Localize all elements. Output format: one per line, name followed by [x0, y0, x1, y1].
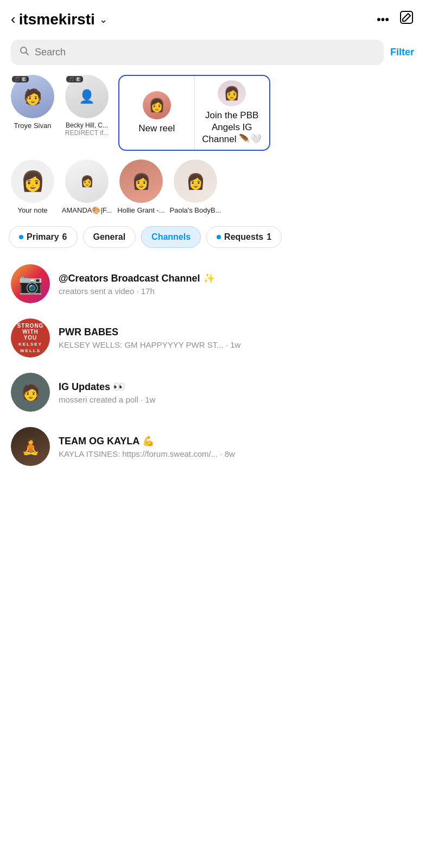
story-label-troye: Troye Sivan	[14, 122, 52, 130]
new-reel-avatar: 👩	[143, 91, 171, 119]
search-input[interactable]	[35, 47, 375, 58]
chevron-down-icon[interactable]: ⌄	[99, 14, 107, 25]
pwr-cover-text: STRONGWITHYOUKELSEYWELLS	[17, 323, 44, 354]
tab-general[interactable]: General	[83, 226, 136, 248]
header-left: ‹ itsmekirsti ⌄	[11, 11, 107, 28]
story-highlight-box[interactable]: 👩 New reel 👩 Join the PBB Angels IG Chan…	[118, 75, 270, 151]
channel-preview-creators: creators sent a video · 17h	[59, 286, 414, 296]
channel-avatar-ig-updates: 🧑	[11, 373, 50, 412]
tab-channels[interactable]: Channels	[141, 226, 201, 248]
channel-preview-kayla: KAYLA ITSINES: https://forum.sweat.com/.…	[59, 449, 414, 458]
pbb-avatar: 👩	[218, 80, 246, 106]
channel-item-kayla[interactable]: 🧘 TEAM OG KAYLA 💪 KAYLA ITSINES: https:/…	[0, 419, 425, 474]
channel-info-kayla: TEAM OG KAYLA 💪 KAYLA ITSINES: https://f…	[59, 435, 414, 458]
story-music-badge-troye: 🎵 E	[12, 76, 29, 82]
more-options-button[interactable]: •••	[377, 12, 389, 27]
new-reel-card[interactable]: 👩 New reel	[119, 76, 194, 150]
join-pbb-card[interactable]: 👩 Join the PBB Angels IG Channel 🪶🤍	[194, 76, 270, 150]
story-item-your-note[interactable]: 👩 Your note	[5, 159, 60, 214]
channel-preview-ig-updates: mosseri created a poll · 1w	[59, 395, 414, 404]
channel-info-creators: @Creators Broadcast Channel ✨ creators s…	[59, 272, 414, 296]
story-item-becky[interactable]: 👤 🎵 E Becky Hill, C... REDIRECT if...	[60, 75, 114, 151]
story-avatar-your-note: 👩	[11, 159, 54, 203]
story-item-hollie[interactable]: 👩 Hollie Grant -...	[114, 159, 168, 214]
filter-button[interactable]: Filter	[390, 47, 414, 58]
tab-requests-count: 1	[267, 232, 271, 242]
channel-avatar-pwr: STRONGWITHYOUKELSEYWELLS	[11, 318, 50, 358]
tab-primary-label: Primary	[27, 232, 59, 242]
channel-name-pwr: PWR BABES	[59, 327, 414, 338]
primary-dot	[19, 235, 23, 239]
channel-item-creators[interactable]: 📷 @Creators Broadcast Channel ✨ creators…	[0, 257, 425, 311]
channel-list: 📷 @Creators Broadcast Channel ✨ creators…	[0, 253, 425, 477]
tab-requests-label: Requests	[224, 232, 263, 242]
username-title: itsmekirsti	[19, 11, 95, 28]
story-avatar-amanda: 👩	[65, 159, 109, 203]
stories-row: 🧑 🎵 E Troye Sivan 👤 🎵 E Becky Hill, C...…	[0, 71, 425, 155]
tab-primary-count: 6	[62, 232, 67, 242]
story-label-becky: Becky Hill, C...	[66, 122, 108, 129]
channel-name-creators: @Creators Broadcast Channel ✨	[59, 272, 414, 284]
story-avatar-hollie: 👩	[119, 159, 163, 203]
story-item-amanda[interactable]: 👩 AMANDA🎨|F...	[60, 159, 114, 214]
tab-requests[interactable]: Requests 1	[206, 226, 282, 248]
search-icon	[20, 46, 29, 59]
channel-preview-pwr: KELSEY WELLS: GM HAPPYYYY PWR ST... · 1w	[59, 340, 414, 349]
channel-item-ig-updates[interactable]: 🧑 IG Updates 👀 mosseri created a poll · …	[0, 365, 425, 419]
channel-info-ig-updates: IG Updates 👀 mosseri created a poll · 1w	[59, 381, 414, 404]
story-label-amanda: AMANDA🎨|F...	[62, 206, 112, 214]
tab-general-label: General	[93, 232, 126, 242]
tab-channels-label: Channels	[151, 232, 191, 242]
back-button[interactable]: ‹	[11, 11, 16, 28]
story-label-hollie: Hollie Grant -...	[117, 206, 164, 214]
channel-avatar-kayla: 🧘	[11, 427, 50, 466]
story-label-your-note: Your note	[17, 206, 47, 214]
story-music-badge-becky: 🎵 E	[66, 76, 83, 82]
search-bar[interactable]	[11, 40, 384, 65]
story-avatar-paola: 👩	[174, 159, 217, 203]
channel-item-pwr[interactable]: STRONGWITHYOUKELSEYWELLS PWR BABES KELSE…	[0, 311, 425, 365]
channel-name-ig-updates: IG Updates 👀	[59, 381, 414, 393]
pbb-title: Join the PBB Angels IG Channel 🪶🤍	[199, 110, 265, 145]
story-label-becky2: REDIRECT if...	[65, 129, 109, 137]
search-container: Filter	[0, 34, 425, 71]
header-right: •••	[377, 10, 414, 29]
new-reel-title: New reel	[138, 123, 175, 135]
tab-primary[interactable]: Primary 6	[9, 226, 78, 248]
svg-line-2	[26, 53, 29, 55]
tabs-row: Primary 6 General Channels Requests 1	[0, 219, 425, 253]
instagram-icon: 📷	[18, 272, 43, 295]
channel-info-pwr: PWR BABES KELSEY WELLS: GM HAPPYYYY PWR …	[59, 327, 414, 349]
story-item-paola[interactable]: 👩 Paola's BodyB...	[168, 159, 223, 214]
compose-button[interactable]	[399, 10, 414, 29]
channel-name-kayla: TEAM OG KAYLA 💪	[59, 435, 414, 447]
dm-stories-row: 👩 Your note 👩 AMANDA🎨|F... 👩 Hollie Gran…	[0, 155, 425, 219]
channel-avatar-creators: 📷	[11, 264, 50, 303]
story-item-troye[interactable]: 🧑 🎵 E Troye Sivan	[5, 75, 60, 151]
header: ‹ itsmekirsti ⌄ •••	[0, 0, 425, 34]
requests-dot	[217, 235, 221, 239]
story-label-paola: Paola's BodyB...	[170, 206, 221, 214]
